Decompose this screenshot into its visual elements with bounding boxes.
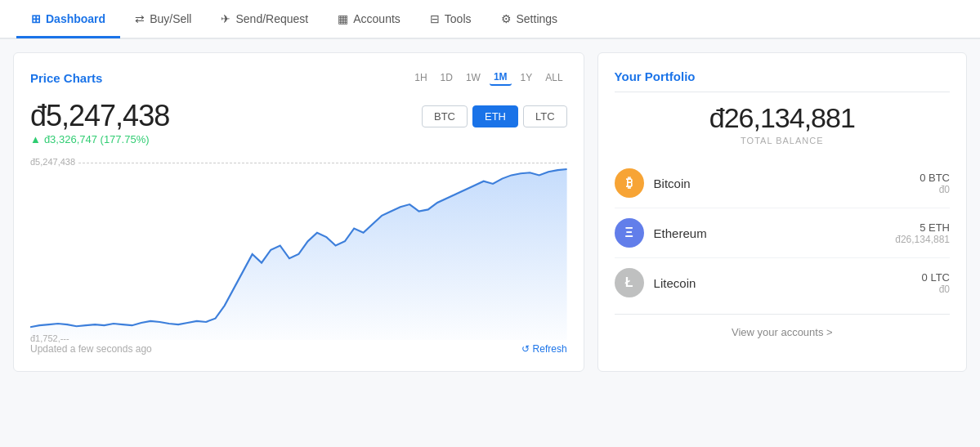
nav-sendrequest-label: Send/Request — [235, 12, 308, 25]
nav-buysell[interactable]: ⇄ Buy/Sell — [120, 1, 206, 38]
sendrequest-icon: ✈ — [221, 12, 230, 25]
time-btn-1h[interactable]: 1H — [410, 69, 431, 86]
price-row: đ5,247,438 ▲ đ3,326,747 (177.75%) BTC ET… — [30, 99, 567, 152]
chart-container: đ5,247,438 đ1,752,--- — [30, 157, 567, 337]
updated-text: Updated a few seconds ago — [30, 343, 152, 355]
time-btn-all[interactable]: ALL — [541, 69, 566, 86]
chart-header: Price Charts 1H 1D 1W 1M 1Y ALL — [30, 69, 567, 86]
settings-icon: ⚙ — [501, 12, 512, 25]
chart-title: Price Charts — [30, 71, 102, 85]
ltc-balance-coin: 0 LTC — [922, 271, 950, 284]
eth-balance-fiat: đ26,134,881 — [895, 234, 950, 245]
eth-balance: 5 ETH đ26,134,881 — [895, 221, 950, 245]
price-info: đ5,247,438 ▲ đ3,326,747 (177.75%) — [30, 99, 169, 152]
btc-balance: 0 BTC đ0 — [920, 172, 950, 195]
price-charts-card: Price Charts 1H 1D 1W 1M 1Y ALL đ5,247,4… — [13, 52, 584, 372]
nav-sendrequest[interactable]: ✈ Send/Request — [206, 1, 323, 38]
portfolio-title: Your Portfolio — [615, 69, 950, 92]
ltc-balance-fiat: đ0 — [922, 284, 950, 295]
currency-btn-ltc[interactable]: LTC — [523, 105, 567, 127]
time-btn-1m[interactable]: 1M — [490, 69, 512, 86]
time-btn-1y[interactable]: 1Y — [517, 69, 537, 86]
chart-footer: Updated a few seconds ago ↺ Refresh — [30, 343, 567, 355]
refresh-icon: ↺ — [521, 343, 530, 355]
price-amount: đ5,247,438 — [30, 99, 169, 133]
price-change-value: đ3,326,747 (177.75%) — [44, 133, 150, 145]
eth-name: Ethereum — [654, 226, 896, 240]
refresh-button[interactable]: ↺ Refresh — [521, 343, 567, 355]
portfolio-card: Your Portfolio đ26,134,881 TOTAL BALANCE… — [597, 52, 967, 372]
navbar: ⊞ Dashboard ⇄ Buy/Sell ✈ Send/Request ▦ … — [0, 0, 980, 39]
ltc-name: Litecoin — [654, 276, 922, 290]
ltc-balance: 0 LTC đ0 — [922, 271, 950, 295]
btc-icon: ₿ — [615, 168, 644, 198]
price-change: ▲ đ3,326,747 (177.75%) — [30, 133, 169, 145]
eth-balance-coin: 5 ETH — [895, 221, 950, 234]
dashboard-icon: ⊞ — [31, 12, 41, 25]
chart-high-label: đ5,247,438 — [30, 157, 75, 167]
crypto-row-ltc: Ł Litecoin 0 LTC đ0 — [615, 258, 950, 307]
nav-accounts-label: Accounts — [353, 12, 401, 25]
eth-icon: Ξ — [615, 218, 644, 248]
nav-accounts[interactable]: ▦ Accounts — [323, 1, 415, 38]
time-btn-1w[interactable]: 1W — [462, 69, 485, 86]
time-btn-1d[interactable]: 1D — [436, 69, 457, 86]
main-content: Price Charts 1H 1D 1W 1M 1Y ALL đ5,247,4… — [0, 39, 980, 385]
nav-tools-label: Tools — [445, 12, 472, 25]
price-chart-svg — [30, 168, 567, 340]
btc-balance-coin: 0 BTC — [920, 172, 950, 184]
price-change-arrow: ▲ — [30, 133, 41, 145]
nav-tools[interactable]: ⊟ Tools — [415, 1, 486, 38]
accounts-icon: ▦ — [338, 12, 348, 25]
nav-dashboard-label: Dashboard — [46, 12, 105, 25]
currency-buttons: BTC ETH LTC — [422, 105, 567, 127]
crypto-row-btc: ₿ Bitcoin 0 BTC đ0 — [615, 159, 950, 208]
buysell-icon: ⇄ — [135, 12, 145, 25]
nav-settings[interactable]: ⚙ Settings — [486, 1, 573, 38]
nav-buysell-label: Buy/Sell — [150, 12, 191, 25]
nav-dashboard[interactable]: ⊞ Dashboard — [16, 1, 120, 38]
refresh-label: Refresh — [533, 343, 567, 355]
crypto-row-eth: Ξ Ethereum 5 ETH đ26,134,881 — [615, 208, 950, 258]
total-balance-label: TOTAL BALANCE — [615, 136, 950, 145]
time-filters: 1H 1D 1W 1M 1Y ALL — [410, 69, 566, 86]
ltc-icon: Ł — [615, 268, 644, 297]
tools-icon: ⊟ — [430, 12, 440, 25]
nav-settings-label: Settings — [517, 12, 558, 25]
total-balance-amount: đ26,134,881 — [615, 102, 950, 134]
btc-balance-fiat: đ0 — [920, 184, 950, 195]
currency-btn-btc[interactable]: BTC — [422, 105, 468, 127]
view-accounts-link[interactable]: View your accounts > — [615, 314, 950, 342]
btc-name: Bitcoin — [654, 177, 920, 190]
currency-btn-eth[interactable]: ETH — [472, 105, 518, 127]
